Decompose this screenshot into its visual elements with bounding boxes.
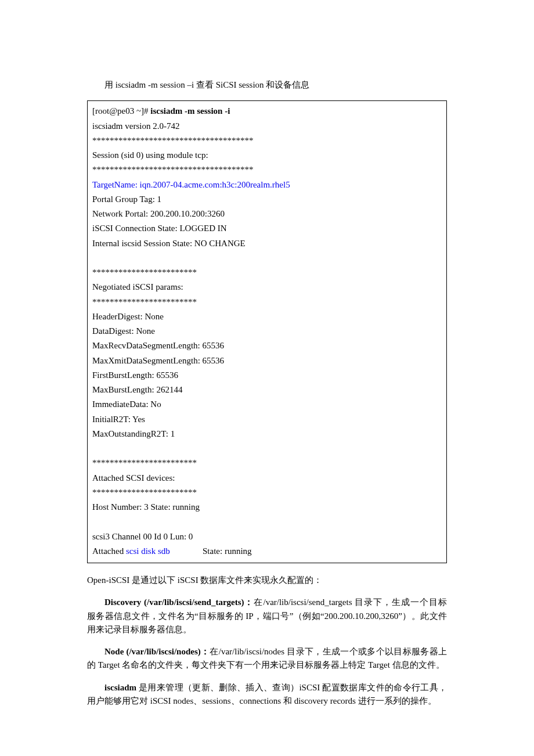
body-p1: Open-iSCSI 是通过以下 iSCSI 数据库文件来实现永久配置的：: [87, 574, 447, 587]
blank-line: [92, 515, 442, 528]
out-sep: *************************************: [92, 134, 442, 147]
intro-text: 用 iscsiadm -m session –i 查看 SiCSI sessio…: [87, 78, 447, 92]
out-line: Network Portal: 200.200.10.200:3260: [92, 207, 442, 221]
body-p4: iscsiadm 是用来管理（更新、删除、插入、查询）iSCSI 配置数据库文件…: [87, 681, 447, 708]
node-label: Node (/var/lib/iscsi/nodes)：: [104, 647, 210, 656]
discovery-label: Discovery (/var/lib/iscsi/send_targets)：: [104, 597, 254, 607]
out-sep: ************************: [92, 296, 442, 309]
out-line: Negotiated iSCSI params:: [92, 280, 442, 294]
attached-suffix: State: running: [170, 546, 252, 556]
out-line: Host Number: 3 State: running: [92, 501, 442, 514]
body-p2: Discovery (/var/lib/iscsi/send_targets)：…: [87, 596, 447, 636]
out-line: InitialR2T: Yes: [92, 413, 442, 426]
attached-prefix: Attached: [92, 546, 126, 556]
cmd-line: [root@pe03 ~]# iscsiadm -m session -i: [92, 105, 442, 118]
command: iscsiadm -m session -i: [150, 106, 230, 116]
out-line: Attached SCSI devices:: [92, 471, 442, 485]
out-line: scsi3 Channel 00 Id 0 Lun: 0: [92, 530, 442, 543]
disk-name: scsi disk sdb: [126, 546, 170, 556]
body-p3: Node (/var/lib/iscsi/nodes)：在/var/lib/is…: [87, 645, 447, 672]
document-page: 用 iscsiadm -m session –i 查看 SiCSI sessio…: [0, 0, 534, 756]
out-sep: ************************: [92, 486, 442, 499]
out-sep: ************************: [92, 266, 442, 279]
out-sep: *************************************: [92, 163, 442, 177]
iscsiadm-text: 是用来管理（更新、删除、插入、查询）iSCSI 配置数据库文件的命令行工具，用户…: [87, 683, 447, 705]
prompt: [root@pe03 ~]#: [92, 106, 150, 116]
out-sep: ************************: [92, 456, 442, 470]
blank-line: [92, 251, 442, 265]
out-line: Session (sid 0) using module tcp:: [92, 149, 442, 162]
out-line: HeaderDigest: None: [92, 310, 442, 323]
terminal-output-box: [root@pe03 ~]# iscsiadm -m session -i is…: [87, 100, 447, 563]
out-line: DataDigest: None: [92, 325, 442, 338]
out-line: iSCSI Connection State: LOGGED IN: [92, 222, 442, 235]
out-line: iscsiadm version 2.0-742: [92, 120, 442, 133]
out-line: MaxRecvDataSegmentLength: 65536: [92, 339, 442, 352]
out-line: Portal Group Tag: 1: [92, 193, 442, 206]
target-name-line: TargetName: iqn.2007-04.acme.com:h3c:200…: [92, 178, 442, 192]
out-line: FirstBurstLength: 65536: [92, 369, 442, 382]
blank-line: [92, 442, 442, 455]
out-line: MaxXmitDataSegmentLength: 65536: [92, 354, 442, 368]
out-line: ImmediateData: No: [92, 398, 442, 411]
out-line: MaxBurstLength: 262144: [92, 383, 442, 397]
out-line: MaxOutstandingR2T: 1: [92, 427, 442, 441]
attached-disk-line: Attached scsi disk sdb State: running: [92, 545, 442, 558]
out-line: Internal iscsid Session State: NO CHANGE: [92, 237, 442, 250]
iscsiadm-label: iscsiadm: [104, 683, 139, 692]
